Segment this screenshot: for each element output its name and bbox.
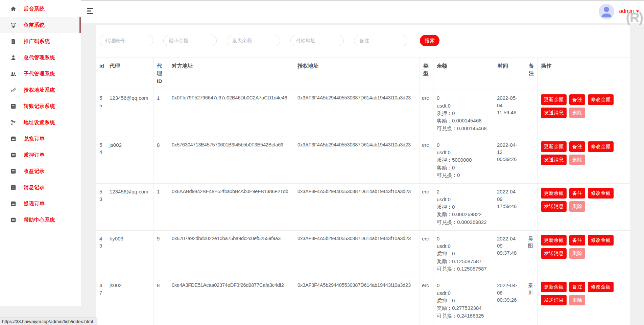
sidebar-item[interactable]: 地址设置系统 xyxy=(0,114,81,131)
modify-amount-button[interactable]: 修改金额 xyxy=(588,141,614,152)
balance-line: usdt:0 xyxy=(437,149,491,156)
cell-type: erc xyxy=(420,90,433,137)
sidebar-item[interactable]: 帮助中心系统 xyxy=(0,212,81,228)
sidebar-item[interactable]: 总代管理系统 xyxy=(0,49,81,66)
authorized-address: 0x3AF3F4A5b294405530387D614ab19443f10a3d… xyxy=(297,141,416,148)
update-balance-button[interactable]: 更新余额 xyxy=(541,188,567,199)
sidebar-item[interactable]: 兑换订单 xyxy=(0,131,81,147)
sidebar-item[interactable]: 授权地址系统 xyxy=(0,82,81,98)
cell-id: 49 xyxy=(96,230,106,277)
send-message-button[interactable]: 发送消息 xyxy=(541,295,567,305)
send-message-button[interactable]: 发送消息 xyxy=(541,201,567,212)
cell-remark: 昊阳 xyxy=(525,230,538,277)
sidebar-item[interactable]: 后台系统 xyxy=(0,1,81,17)
row-actions: 更新余额备注修改金额发送消息删除 xyxy=(541,94,626,121)
update-balance-button[interactable]: 更新余额 xyxy=(541,282,567,292)
remark-button[interactable]: 备注 xyxy=(569,188,585,199)
delete-button[interactable]: 删除 xyxy=(569,248,585,259)
modify-amount-button[interactable]: 修改金额 xyxy=(588,282,614,292)
cell-time: 2022-04-08 00:39:26 xyxy=(494,277,525,324)
update-balance-button[interactable]: 更新余额 xyxy=(541,141,567,152)
balance-line: usdt:0 xyxy=(437,242,491,250)
agent-account-input[interactable] xyxy=(100,35,153,46)
counterparty-address: 0xe4A3FDE51Acaa02374eDF3f26d9877Cafa3c4d… xyxy=(172,282,290,289)
status-url-tooltip: https://33.haiwaiym.top/admin/fish/index… xyxy=(0,318,97,325)
modify-amount-button[interactable]: 修改金额 xyxy=(588,188,614,199)
cell-time: 2022-04-12 00:39:26 xyxy=(494,137,525,183)
counterparty-address: 0x6707a92dbd0022e10ba75ba9dc2c0ef52559f9… xyxy=(172,235,290,242)
modify-amount-button[interactable]: 修改金额 xyxy=(588,235,614,246)
update-balance-button[interactable]: 更新余额 xyxy=(541,94,567,105)
max-balance-input[interactable] xyxy=(227,35,280,46)
sidebar: 后台系统鱼苗系统推广码系统总代管理系统子代管理系统授权地址系统转账记录系统地址设… xyxy=(0,0,81,306)
send-message-button[interactable]: 发送消息 xyxy=(541,108,567,118)
cell-agent-id: 1 xyxy=(153,184,168,230)
send-message-button[interactable]: 发送消息 xyxy=(541,155,567,165)
list-icon xyxy=(10,168,17,175)
list-icon xyxy=(10,201,17,207)
column-header: 备注 xyxy=(525,57,538,90)
table-row: 53123456@qq.com10x6AABd9842BE48E52f4a0bB… xyxy=(96,184,630,230)
balance-line: 质押：5000000 xyxy=(437,156,491,163)
cell-agent-id: 8 xyxy=(153,137,168,183)
delete-button[interactable]: 删除 xyxy=(569,201,585,212)
balance-line: 质押：0 xyxy=(437,297,491,304)
column-header: 代理 xyxy=(106,57,153,90)
sidebar-item[interactable]: 推广码系统 xyxy=(0,33,81,49)
authorized-address: 0x3AF3F4A5b294405530387D614ab19443f10a3d… xyxy=(297,282,416,289)
cell-remark xyxy=(525,184,538,230)
sidebar-item-label: 后台系统 xyxy=(24,6,45,12)
sidebar-item-label: 子代管理系统 xyxy=(24,71,55,77)
bull-icon xyxy=(10,22,17,28)
remark-button[interactable]: 备注 xyxy=(569,282,585,292)
sidebar-item-label: 提现订单 xyxy=(24,201,45,207)
delete-button[interactable]: 删除 xyxy=(569,295,585,305)
cell-balance: 0usdt:0质押：5000000奖励：0可兑换：0 xyxy=(433,137,494,183)
remark-button[interactable]: 备注 xyxy=(569,94,585,105)
sidebar-item-label: 授权地址系统 xyxy=(24,87,55,93)
counterparty-address: 0x576304713E457570601B3f45b5b0F3E542Bcfa… xyxy=(172,141,290,148)
min-balance-input[interactable] xyxy=(163,35,217,46)
cell-actions: 更新余额备注修改金额发送消息删除 xyxy=(538,184,630,230)
sidebar-item[interactable]: 收益记录 xyxy=(0,163,81,179)
hamburger-menu-icon[interactable] xyxy=(87,8,94,15)
cell-balance: 2usdt:0质押：0奖励：0.000269822可兑换：0.000269822 xyxy=(433,184,494,230)
authorized-address: 0x3AF3F4A5b294405530387D614ab19443f10a3d… xyxy=(297,235,416,242)
user-dropdown[interactable]: admin xyxy=(619,8,639,14)
cell-counterparty-address: 0x6AABd9842BE48E52f4a0bBcAb0E9eFB1386F21… xyxy=(168,184,294,230)
sidebar-item[interactable]: 提现订单 xyxy=(0,195,81,212)
home-icon xyxy=(10,6,17,12)
remark-button[interactable]: 备注 xyxy=(569,141,585,152)
delete-button[interactable]: 删除 xyxy=(569,155,585,165)
modify-amount-button[interactable]: 修改金额 xyxy=(588,94,614,105)
update-balance-button[interactable]: 更新余额 xyxy=(541,235,567,246)
send-message-button[interactable]: 发送消息 xyxy=(541,248,567,259)
sidebar-item[interactable]: 转账记录系统 xyxy=(0,98,81,114)
cell-counterparty-address: 0x0Ffc79F52796647e97e02B46Db0C2A7aCD1d4e… xyxy=(168,90,294,137)
delete-button[interactable]: 删除 xyxy=(569,108,585,118)
cell-id: 47 xyxy=(96,277,106,324)
cell-agent-id: 1 xyxy=(153,90,168,137)
cell-auth-address: 0x3AF3F4A5b294405530387D614ab19443f10a3d… xyxy=(294,184,420,230)
cell-counterparty-address: 0x6707a92dbd0022e10ba75ba9dc2c0ef52559f9… xyxy=(168,230,294,277)
authorized-address: 0x3AF3F4A5b294405530387D614ab19443f10a3d… xyxy=(297,188,416,195)
remark-button[interactable]: 备注 xyxy=(569,235,585,246)
cell-balance: 0usdt:0质押：0奖励：0.125087587可兑换：0.125087587 xyxy=(433,230,494,277)
sidebar-item[interactable]: 鱼苗系统 xyxy=(0,17,81,33)
cell-agent-id: 8 xyxy=(153,277,168,324)
document-icon xyxy=(10,38,17,45)
balance-line: 0 xyxy=(437,282,491,289)
cell-agent: js002 xyxy=(106,137,153,183)
remark-input[interactable] xyxy=(354,35,407,46)
cell-agent: 123456@qq.com xyxy=(106,90,153,137)
column-header: 操作 xyxy=(538,57,630,90)
search-button[interactable]: 搜索 xyxy=(420,35,439,46)
sidebar-item[interactable]: 子代管理系统 xyxy=(0,66,81,82)
sidebar-item[interactable]: 消息记录 xyxy=(0,179,81,195)
avatar[interactable] xyxy=(599,4,614,19)
payment-address-input[interactable] xyxy=(290,35,344,46)
balance-line: usdt:0 xyxy=(437,102,491,109)
sidebar-item[interactable]: 质押订单 xyxy=(0,147,81,163)
filter-bar: 搜索 xyxy=(96,25,630,46)
sidebar-item-label: 转账记录系统 xyxy=(24,103,55,110)
